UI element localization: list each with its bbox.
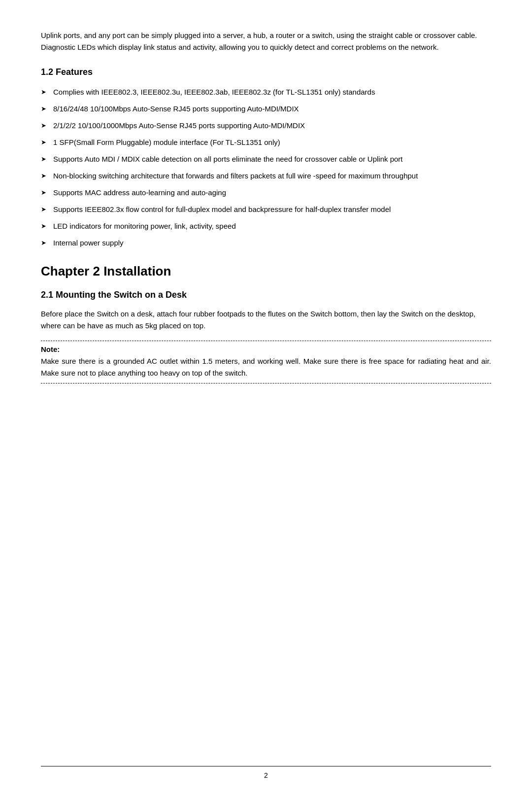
list-item: ➤Supports MAC address auto-learning and …: [41, 187, 491, 199]
bullet-arrow-icon: ➤: [41, 138, 46, 148]
footer-line: [41, 766, 491, 766]
features-list: ➤Complies with IEEE802.3, IEEE802.3u, IE…: [41, 86, 491, 249]
bullet-text: Complies with IEEE802.3, IEEE802.3u, IEE…: [53, 86, 491, 98]
bullet-arrow-icon: ➤: [41, 154, 46, 165]
bullet-text: Internal power supply: [53, 237, 491, 249]
bullet-arrow-icon: ➤: [41, 205, 46, 215]
bullet-text: 1 SFP(Small Form Pluggable) module inter…: [53, 137, 491, 148]
bullet-text: 2/1/2/2 10/100/1000Mbps Auto-Sense RJ45 …: [53, 120, 491, 132]
bullet-text: Supports MAC address auto-learning and a…: [53, 187, 491, 199]
note-text: Make sure there is a grounded AC outlet …: [41, 355, 491, 379]
section-21-heading: 2.1 Mounting the Switch on a Desk: [41, 290, 491, 300]
list-item: ➤Supports Auto MDI / MDIX cable detectio…: [41, 153, 491, 165]
bullet-arrow-icon: ➤: [41, 171, 46, 181]
bullet-arrow-icon: ➤: [41, 87, 46, 98]
chapter-2-heading: Chapter 2 Installation: [41, 264, 491, 279]
list-item: ➤Supports IEEE802.3x flow control for fu…: [41, 204, 491, 215]
page-container: Uplink ports, and any port can be simply…: [0, 0, 532, 799]
section-12-heading: 1.2 Features: [41, 67, 491, 77]
note-box: Note: Make sure there is a grounded AC o…: [41, 341, 491, 383]
list-item: ➤Internal power supply: [41, 237, 491, 249]
page-number: 2: [264, 771, 268, 779]
bullet-text: Non-blocking switching architecture that…: [53, 170, 491, 182]
list-item: ➤2/1/2/2 10/100/1000Mbps Auto-Sense RJ45…: [41, 120, 491, 132]
bullet-arrow-icon: ➤: [41, 104, 46, 114]
list-item: ➤8/16/24/48 10/100Mbps Auto-Sense RJ45 p…: [41, 103, 491, 115]
list-item: ➤Complies with IEEE802.3, IEEE802.3u, IE…: [41, 86, 491, 98]
list-item: ➤LED indicators for monitoring power, li…: [41, 220, 491, 232]
bullet-arrow-icon: ➤: [41, 221, 46, 232]
note-label: Note:: [41, 345, 491, 353]
page-footer: 2: [41, 766, 491, 779]
bullet-text: 8/16/24/48 10/100Mbps Auto-Sense RJ45 po…: [53, 103, 491, 115]
list-item: ➤Non-blocking switching architecture tha…: [41, 170, 491, 182]
intro-paragraph: Uplink ports, and any port can be simply…: [41, 30, 491, 53]
bullet-text: LED indicators for monitoring power, lin…: [53, 220, 491, 232]
section-21-body: Before place the Switch on a desk, attac…: [41, 308, 491, 332]
bullet-arrow-icon: ➤: [41, 188, 46, 198]
bullet-text: Supports Auto MDI / MDIX cable detection…: [53, 153, 491, 165]
list-item: ➤1 SFP(Small Form Pluggable) module inte…: [41, 137, 491, 148]
bullet-text: Supports IEEE802.3x flow control for ful…: [53, 204, 491, 215]
bullet-arrow-icon: ➤: [41, 121, 46, 131]
bullet-arrow-icon: ➤: [41, 238, 46, 248]
